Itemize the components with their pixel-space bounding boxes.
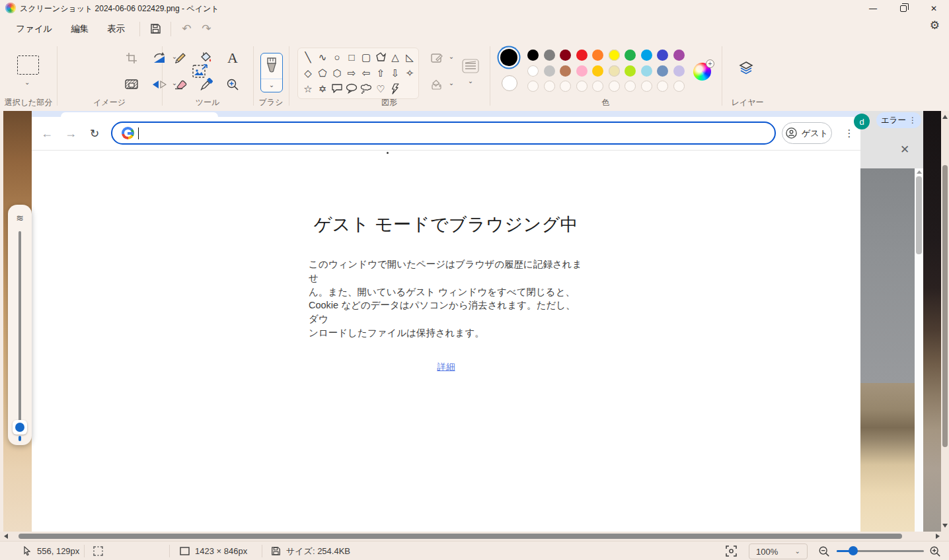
menu-file[interactable]: ファイル xyxy=(7,19,61,39)
stroke-size-chevron-icon[interactable]: ⌄ xyxy=(467,77,474,85)
shape-arrow-down-icon[interactable]: ⇩ xyxy=(389,66,402,79)
palette-empty-slot[interactable] xyxy=(592,81,603,92)
eraser-tool-button[interactable] xyxy=(172,76,189,93)
shape-line-icon[interactable]: ╲ xyxy=(301,50,315,63)
palette-color-swatch[interactable] xyxy=(625,65,636,77)
palette-empty-slot[interactable] xyxy=(673,81,685,92)
shape-lightning-icon[interactable] xyxy=(389,82,402,95)
palette-color-swatch[interactable] xyxy=(527,65,539,77)
shape-fill-button[interactable] xyxy=(429,76,446,93)
palette-empty-slot[interactable] xyxy=(609,81,620,92)
scroll-left-arrow-icon[interactable] xyxy=(4,534,8,539)
brush-dropdown-chevron-icon[interactable]: ⌄ xyxy=(261,82,282,88)
zoom-out-button[interactable] xyxy=(818,542,830,560)
crop-button[interactable] xyxy=(123,50,140,67)
foreground-color-swatch[interactable] xyxy=(500,49,517,66)
shape-arrow-left-icon[interactable]: ⇦ xyxy=(360,66,373,79)
palette-color-swatch[interactable] xyxy=(609,50,620,61)
selection-dropdown-chevron-icon[interactable]: ⌄ xyxy=(24,79,30,86)
zoom-level-dropdown[interactable]: 100% ⌄ xyxy=(749,543,808,559)
shape-curve-icon[interactable]: ∿ xyxy=(316,50,329,63)
palette-color-swatch[interactable] xyxy=(544,65,555,77)
selection-tool-button[interactable] xyxy=(17,55,39,75)
shape-five-point-star-icon[interactable]: ☆ xyxy=(301,82,315,95)
shape-triangle-icon[interactable]: △ xyxy=(389,50,402,63)
palette-color-swatch[interactable] xyxy=(609,65,620,77)
selection-style-button[interactable] xyxy=(123,76,140,93)
palette-color-swatch[interactable] xyxy=(592,50,603,61)
palette-empty-slot[interactable] xyxy=(625,81,636,92)
background-color-swatch[interactable] xyxy=(502,75,517,91)
horizontal-scrollbar[interactable] xyxy=(0,532,949,541)
color-picker-tool-button[interactable] xyxy=(198,76,215,93)
palette-empty-slot[interactable] xyxy=(527,81,539,92)
shape-speech-cloud-icon[interactable] xyxy=(360,82,373,95)
restore-button[interactable] xyxy=(888,0,919,17)
palette-empty-slot[interactable] xyxy=(576,81,588,92)
shape-oval-icon[interactable]: ○ xyxy=(330,50,344,63)
redo-button[interactable]: ↷ xyxy=(196,20,216,38)
palette-color-swatch[interactable] xyxy=(641,65,652,77)
scroll-right-arrow-icon[interactable] xyxy=(936,534,940,539)
shape-polygon-icon[interactable] xyxy=(374,50,387,63)
palette-color-swatch[interactable] xyxy=(576,65,588,77)
shape-speech-oval-icon[interactable] xyxy=(345,82,358,95)
outline-dropdown-chevron-icon[interactable]: ⌄ xyxy=(447,53,455,61)
shape-outline-button[interactable] xyxy=(429,50,446,67)
scroll-up-arrow-icon[interactable] xyxy=(942,115,948,119)
shape-rounded-rectangle-icon[interactable]: ▢ xyxy=(360,50,373,63)
fill-tool-button[interactable] xyxy=(198,50,215,67)
vertical-scrollbar[interactable] xyxy=(941,111,949,532)
pencil-tool-button[interactable] xyxy=(172,50,189,67)
shape-hexagon-icon[interactable]: ⬡ xyxy=(330,66,344,79)
shape-arrow-right-icon[interactable]: ⇨ xyxy=(345,66,358,79)
palette-color-swatch[interactable] xyxy=(544,50,555,61)
horizontal-scroll-thumb[interactable] xyxy=(19,534,902,539)
fill-dropdown-chevron-icon[interactable]: ⌄ xyxy=(447,79,455,87)
text-tool-button[interactable]: A xyxy=(224,50,241,67)
save-button[interactable] xyxy=(145,20,165,38)
palette-color-swatch[interactable] xyxy=(560,50,571,61)
shape-six-point-star-icon[interactable]: ✡ xyxy=(316,82,329,95)
stroke-size-button[interactable] xyxy=(462,57,479,75)
add-color-plus-icon[interactable]: + xyxy=(706,59,714,68)
palette-color-swatch[interactable] xyxy=(592,65,603,77)
menu-view[interactable]: 表示 xyxy=(98,19,134,39)
scroll-down-arrow-icon[interactable] xyxy=(942,524,948,528)
settings-gear-icon[interactable]: ⚙ xyxy=(930,18,940,32)
shape-right-triangle-icon[interactable]: ◺ xyxy=(403,50,416,63)
zoom-in-button[interactable] xyxy=(929,542,941,560)
close-button[interactable]: ✕ xyxy=(919,0,949,17)
palette-color-swatch[interactable] xyxy=(576,50,588,61)
layers-button[interactable] xyxy=(738,59,755,77)
shape-diamond-icon[interactable]: ◇ xyxy=(301,66,315,79)
palette-color-swatch[interactable] xyxy=(657,50,668,61)
shape-pentagon-icon[interactable]: ⬠ xyxy=(316,66,329,79)
shape-arrow-up-icon[interactable]: ⇧ xyxy=(374,66,387,79)
palette-color-swatch[interactable] xyxy=(657,65,668,77)
shape-speech-rect-icon[interactable] xyxy=(330,82,344,95)
palette-empty-slot[interactable] xyxy=(560,81,571,92)
shape-rectangle-icon[interactable]: □ xyxy=(345,50,358,63)
shape-heart-icon[interactable]: ♡ xyxy=(374,82,387,95)
zoom-fit-button[interactable] xyxy=(726,542,737,560)
palette-color-swatch[interactable] xyxy=(560,65,571,77)
paint-canvas[interactable]: ← → ↻ ゲスト ⋮ xyxy=(0,111,949,532)
zoom-slider-thumb[interactable] xyxy=(849,546,858,555)
magnifier-tool-button[interactable] xyxy=(224,76,241,93)
palette-empty-slot[interactable] xyxy=(641,81,652,92)
palette-empty-slot[interactable] xyxy=(544,81,555,92)
palette-color-swatch[interactable] xyxy=(641,50,652,61)
palette-empty-slot[interactable] xyxy=(657,81,668,92)
palette-color-swatch[interactable] xyxy=(527,50,539,61)
vertical-scroll-thumb[interactable] xyxy=(942,165,948,447)
palette-color-swatch[interactable] xyxy=(673,65,685,77)
menu-edit[interactable]: 編集 xyxy=(61,19,98,39)
zoom-slider[interactable] xyxy=(837,550,924,552)
minimize-button[interactable]: — xyxy=(858,0,888,17)
undo-button[interactable]: ↶ xyxy=(176,20,196,38)
palette-color-swatch[interactable] xyxy=(673,50,685,61)
brush-tool-button[interactable]: ⌄ xyxy=(260,53,283,92)
palette-color-swatch[interactable] xyxy=(625,50,636,61)
shape-four-point-star-icon[interactable]: ✧ xyxy=(403,66,416,79)
